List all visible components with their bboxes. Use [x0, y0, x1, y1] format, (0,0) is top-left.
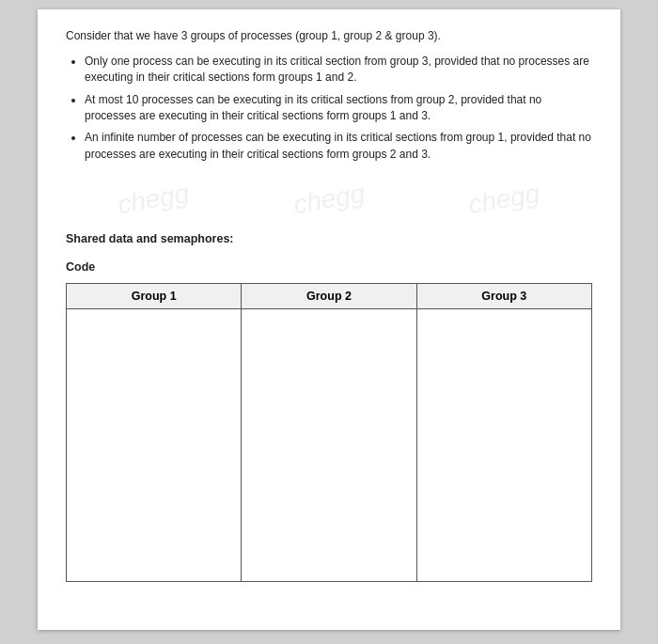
document-page: Consider that we have 3 groups of proces… — [38, 9, 620, 630]
table-body-row — [67, 309, 592, 582]
header-group3: Group 3 — [416, 284, 591, 309]
bullet-list: Only one process can be executing in its… — [85, 54, 592, 163]
header-group2: Group 2 — [242, 284, 416, 309]
shared-data-label: Shared data and semaphores: — [66, 232, 592, 245]
cell-group1[interactable] — [67, 309, 242, 582]
bullet-item-3: An infinite number of processes can be e… — [85, 130, 592, 163]
bullet-item-1: Only one process can be executing in its… — [85, 54, 592, 86]
intro-paragraph: Consider that we have 3 groups of proces… — [66, 28, 592, 44]
bullet-item-2: At most 10 processes can be executing in… — [85, 92, 592, 125]
cell-group2[interactable] — [242, 309, 416, 582]
header-group1: Group 1 — [67, 284, 242, 309]
watermark-text-2: chegg — [291, 179, 368, 221]
cell-group3[interactable] — [416, 309, 591, 582]
table-header-row: Group 1 Group 2 Group 3 — [67, 284, 592, 309]
groups-table: Group 1 Group 2 Group 3 — [66, 283, 592, 582]
watermark-text-1: chegg — [116, 179, 192, 221]
watermark-area: chegg chegg chegg — [66, 176, 592, 223]
code-label: Code — [66, 260, 592, 274]
watermark-text-3: chegg — [466, 179, 542, 221]
